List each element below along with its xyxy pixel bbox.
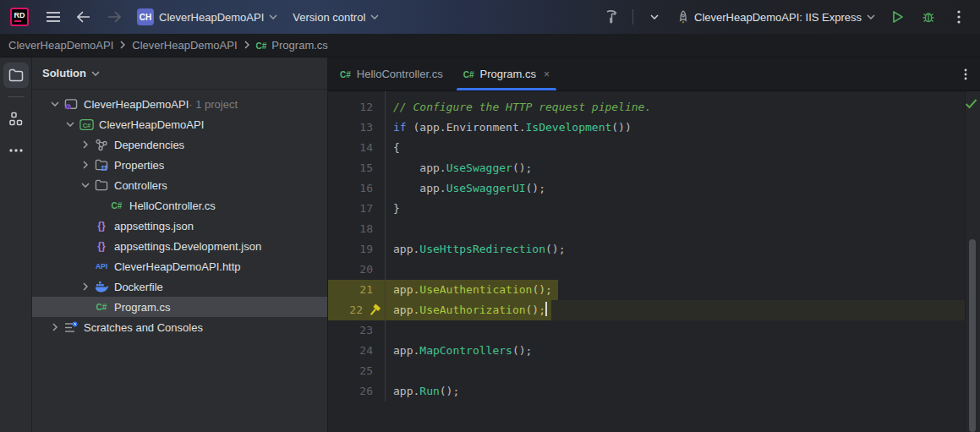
no-problems-check-icon[interactable]: [965, 98, 978, 112]
tree-item-cleverheapdemoapi[interactable]: C#CleverHeapDemoAPI: [32, 114, 327, 134]
csharp-icon: C#: [109, 201, 124, 211]
tree-item-dockerfile[interactable]: Dockerfile: [32, 276, 327, 297]
code-line-text: [386, 260, 393, 280]
code-line-19[interactable]: 19app.UseHttpsRedirection();: [328, 239, 980, 260]
code-line-26[interactable]: 26app.Run();: [328, 381, 980, 402]
code-editor[interactable]: 1112// Configure the HTTP request pipeli…: [328, 91, 980, 432]
tree-item-hellocontroller-cs[interactable]: C#HelloController.cs: [32, 195, 327, 216]
code-line-text: }: [386, 199, 400, 219]
code-line-22[interactable]: 22app.UseAuthorization();: [328, 300, 980, 320]
build-hammer-icon[interactable]: [599, 4, 624, 30]
tree-item-label: HelloController.cs: [129, 200, 216, 212]
gutter-line-number: 23: [328, 320, 386, 341]
tree-item-cleverheapdemoapi-http[interactable]: APICleverHeapDemoAPI.http: [32, 256, 327, 276]
code-line-text: [386, 219, 393, 239]
code-line-15[interactable]: 15 app.UseSwagger();: [328, 158, 980, 178]
tree-item-properties[interactable]: Properties: [32, 155, 327, 175]
back-arrow-icon[interactable]: [71, 4, 96, 30]
title-bar: RD CH CleverHeapDemoAPI Version control: [0, 0, 980, 34]
breadcrumb-item-label: CleverHeapDemoAPI: [8, 39, 113, 52]
editor-tab-program-cs[interactable]: C#Program.cs×: [453, 57, 560, 90]
code-line-21[interactable]: 21app.UseAuthentication();: [328, 280, 980, 300]
project-avatar-badge: CH: [137, 8, 154, 25]
tab-options-kebab-icon[interactable]: [951, 57, 980, 90]
chevron-down-icon[interactable]: [62, 122, 79, 127]
breadcrumb-item[interactable]: CleverHeapDemoAPI: [8, 39, 113, 52]
docker-icon: [94, 281, 109, 293]
chevron-down-icon[interactable]: [47, 101, 63, 107]
breadcrumb-item[interactable]: CleverHeapDemoAPI: [132, 39, 237, 52]
code-line-25[interactable]: 25: [328, 361, 980, 381]
code-line-14[interactable]: 14{: [328, 138, 980, 158]
chevron-right-icon[interactable]: [47, 323, 63, 331]
run-configuration-selector[interactable]: CleverHeapDemoAPI: IIS Express: [672, 7, 880, 28]
run-icon[interactable]: [885, 4, 911, 30]
structure-tool-window-icon[interactable]: [3, 106, 29, 131]
tree-item-label: Dependencies: [114, 139, 184, 151]
code-line-text: // Configure the HTTP request pipeline.: [386, 97, 651, 118]
forward-arrow-icon[interactable]: [101, 4, 127, 30]
chevron-down-icon: [91, 71, 100, 76]
code-line-text: [386, 320, 393, 341]
tree-item-program-cs[interactable]: C#Program.cs: [32, 297, 327, 317]
csharp-icon: C#: [94, 303, 109, 312]
solution-view-selector[interactable]: Solution: [32, 57, 327, 90]
chevron-right-icon[interactable]: [77, 282, 94, 291]
project-selector[interactable]: CH CleverHeapDemoAPI: [132, 5, 282, 29]
code-line-text: app.UseAuthorization();: [386, 300, 547, 320]
gutter-line-number: 19: [328, 239, 386, 260]
chevron-right-icon[interactable]: [77, 161, 94, 169]
code-line-17[interactable]: 17}: [328, 199, 980, 219]
tree-item-suffix: · 1 project: [189, 98, 238, 111]
editor-tab-bar: C#HelloController.csC#Program.cs×: [328, 57, 980, 91]
gutter-line-number: 14: [328, 138, 386, 158]
chevron-down-icon[interactable]: [77, 183, 94, 188]
gutter-line-number: 26: [328, 381, 386, 402]
tree-item-controllers[interactable]: Controllers: [32, 175, 327, 195]
more-tool-windows-icon[interactable]: [3, 138, 29, 163]
folder-icon: [94, 179, 109, 191]
tree-item-scratches-and-consoles[interactable]: Scratches and Consoles: [32, 317, 327, 337]
code-line-11[interactable]: 11: [328, 91, 980, 97]
csharp-file-icon: C#: [256, 39, 267, 52]
code-line-text: app.UseSwaggerUI();: [386, 178, 545, 199]
code-line-16[interactable]: 16 app.UseSwaggerUI();: [328, 178, 980, 199]
build-options-chevron-icon[interactable]: [642, 4, 667, 30]
version-control-label: Version control: [293, 11, 365, 24]
solution-tool-window: Solution CleverHeapDemoAPI · 1 projectC#…: [32, 57, 328, 432]
kebab-menu-icon[interactable]: [946, 4, 972, 30]
debug-icon[interactable]: [916, 4, 941, 30]
version-control-selector[interactable]: Version control: [287, 8, 384, 27]
rider-window: RD CH CleverHeapDemoAPI Version control: [0, 0, 980, 432]
hamburger-menu-icon[interactable]: [41, 4, 66, 30]
code-line-text: if (app.Environment.IsDevelopment()): [386, 118, 632, 138]
csharp-file-icon: C#: [340, 68, 351, 80]
chevron-right-icon[interactable]: [77, 140, 94, 149]
project-tool-window-icon[interactable]: [3, 63, 29, 88]
gutter-line-number: 17: [328, 199, 386, 219]
code-line-13[interactable]: 13if (app.Environment.IsDevelopment()): [328, 118, 980, 138]
breadcrumb-item-label: Program.cs: [271, 39, 327, 52]
editor-tab-hellocontroller-cs[interactable]: C#HelloController.cs: [330, 57, 453, 90]
tree-item-cleverheapdemoapi[interactable]: CleverHeapDemoAPI · 1 project: [32, 94, 327, 114]
strip-divider: [8, 96, 25, 97]
tree-item-dependencies[interactable]: Dependencies: [32, 134, 327, 155]
breadcrumb-item[interactable]: C#Program.cs: [256, 39, 328, 52]
tree-item-label: Properties: [114, 159, 164, 172]
text-caret: [545, 302, 547, 316]
api-icon: API: [94, 262, 109, 271]
code-line-12[interactable]: 12// Configure the HTTP request pipeline…: [328, 97, 980, 118]
code-line-18[interactable]: 18: [328, 219, 980, 239]
code-line-24[interactable]: 24app.MapControllers();: [328, 341, 980, 361]
code-line-23[interactable]: 23: [328, 320, 980, 341]
editor-scrollbar-thumb[interactable]: [969, 239, 976, 432]
tree-item-label: CleverHeapDemoAPI.http: [114, 260, 241, 273]
run-config-rocket-icon: [677, 10, 689, 25]
tree-item-appsettings-json[interactable]: {}appsettings.json: [32, 216, 327, 236]
gutter-line-number: 24: [328, 341, 386, 361]
gutter-line-number: 11: [328, 91, 386, 97]
code-line-20[interactable]: 20: [328, 260, 980, 280]
close-tab-icon[interactable]: ×: [544, 68, 550, 80]
breadcrumb-separator-icon: [120, 39, 125, 52]
tree-item-appsettings-development-json[interactable]: {}appsettings.Development.json: [32, 236, 327, 256]
